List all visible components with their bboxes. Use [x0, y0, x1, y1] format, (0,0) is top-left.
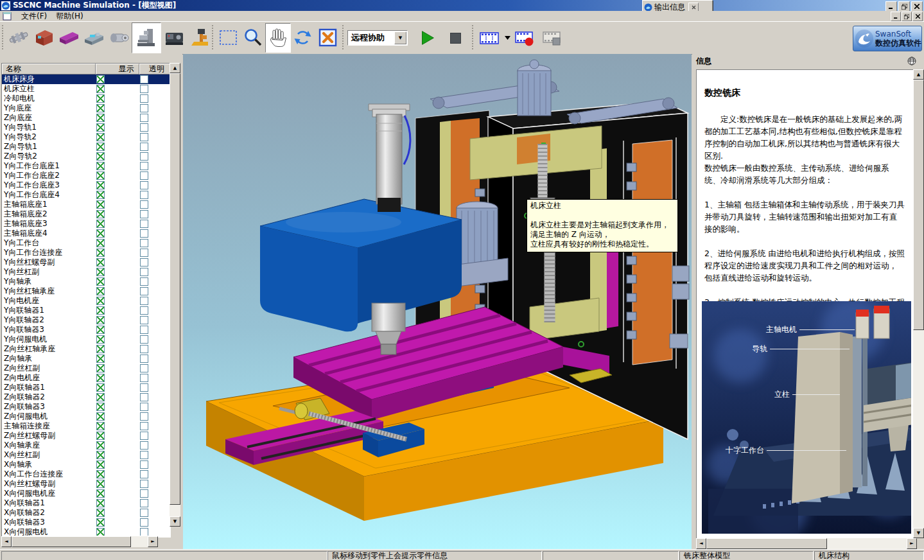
- part-row[interactable]: 冷却电机: [2, 94, 170, 103]
- transparent-checkbox[interactable]: [140, 210, 148, 218]
- display-checkbox[interactable]: [96, 306, 105, 315]
- transparent-checkbox[interactable]: [140, 297, 148, 305]
- spindle-box-part-button[interactable]: [31, 23, 57, 53]
- part-row[interactable]: Z向丝杠螺母副: [2, 431, 170, 441]
- display-checkbox[interactable]: [96, 345, 105, 353]
- parts-horizontal-scrollbar[interactable]: [1, 536, 158, 547]
- transparent-checkbox[interactable]: [140, 200, 148, 209]
- scroll-down-button[interactable]: [170, 516, 180, 527]
- display-checkbox[interactable]: [96, 268, 105, 276]
- part-row[interactable]: 主轴箱底座4: [2, 229, 170, 238]
- display-checkbox[interactable]: [96, 422, 105, 430]
- remote-assist-dropdown[interactable]: 远程协助: [347, 30, 408, 46]
- display-checkbox[interactable]: [96, 85, 105, 93]
- dropdown-arrow-icon[interactable]: [394, 31, 406, 44]
- display-checkbox[interactable]: [96, 412, 105, 421]
- part-row[interactable]: 主轴箱底座3: [2, 219, 170, 229]
- display-checkbox[interactable]: [96, 451, 105, 459]
- display-checkbox[interactable]: [96, 123, 105, 132]
- part-row[interactable]: Y向轴承: [2, 277, 170, 286]
- transparent-checkbox[interactable]: [140, 335, 148, 344]
- scroll-right-button[interactable]: [907, 538, 917, 549]
- display-checkbox[interactable]: [96, 94, 105, 103]
- worktable-part-button[interactable]: [57, 23, 82, 53]
- transparent-checkbox[interactable]: [140, 489, 148, 498]
- part-row[interactable]: Y向伺服电机: [2, 335, 170, 344]
- display-checkbox[interactable]: [96, 499, 105, 507]
- transparent-checkbox[interactable]: [140, 220, 148, 228]
- transparent-checkbox[interactable]: [140, 75, 148, 83]
- part-row[interactable]: Y向丝杠螺母副: [2, 258, 170, 267]
- part-row[interactable]: X向丝杠螺母副: [2, 479, 170, 489]
- display-checkbox[interactable]: [96, 460, 105, 469]
- part-row[interactable]: Y向电机座: [2, 296, 170, 306]
- transparent-checkbox[interactable]: [140, 85, 148, 93]
- display-checkbox[interactable]: [96, 249, 105, 257]
- display-checkbox[interactable]: [96, 432, 105, 440]
- transparent-checkbox[interactable]: [140, 451, 148, 459]
- scrollbar-thumb[interactable]: [913, 80, 924, 330]
- transparent-checkbox[interactable]: [140, 441, 148, 450]
- part-row[interactable]: Z向底座: [2, 113, 170, 123]
- child-close-button[interactable]: [912, 12, 923, 21]
- display-checkbox[interactable]: [96, 480, 105, 488]
- transparent-checkbox[interactable]: [140, 152, 148, 161]
- part-row[interactable]: Z向联轴器1: [2, 383, 170, 392]
- transparent-checkbox[interactable]: [140, 354, 148, 363]
- display-checkbox[interactable]: [96, 152, 105, 161]
- ballscrew-part-button[interactable]: [6, 23, 32, 53]
- part-row[interactable]: X向联轴器1: [2, 498, 170, 508]
- display-checkbox[interactable]: [96, 75, 105, 83]
- part-row[interactable]: Y向导轨1: [2, 123, 170, 132]
- transparent-checkbox[interactable]: [140, 316, 148, 324]
- transparent-checkbox[interactable]: [140, 171, 148, 180]
- part-row[interactable]: Z向丝杠轴承座: [2, 344, 170, 354]
- transparent-checkbox[interactable]: [140, 162, 148, 170]
- rotate-view-button[interactable]: [290, 23, 316, 53]
- info-vertical-scrollbar[interactable]: [913, 69, 924, 538]
- display-checkbox[interactable]: [96, 509, 105, 517]
- film-playback-button[interactable]: [476, 23, 502, 53]
- display-checkbox[interactable]: [96, 229, 105, 238]
- display-checkbox[interactable]: [96, 200, 105, 209]
- display-checkbox[interactable]: [96, 441, 105, 450]
- transparent-checkbox[interactable]: [140, 114, 148, 122]
- part-row[interactable]: Y向工作台底座1: [2, 161, 170, 171]
- part-row[interactable]: Z向轴承: [2, 354, 170, 363]
- part-row[interactable]: X向轴承座: [2, 441, 170, 450]
- stop-button[interactable]: [442, 23, 468, 53]
- part-row[interactable]: 机床立柱: [2, 84, 170, 94]
- display-checkbox[interactable]: [96, 374, 105, 382]
- part-row[interactable]: Y向工作台底座3: [2, 180, 170, 190]
- minimize-button[interactable]: [885, 1, 897, 12]
- part-row[interactable]: Y向工作台: [2, 238, 170, 248]
- part-row[interactable]: 主轴箱底座2: [2, 209, 170, 219]
- spindle-part-button[interactable]: [107, 23, 132, 53]
- transparent-checkbox[interactable]: [140, 249, 148, 257]
- transparent-checkbox[interactable]: [140, 123, 148, 132]
- child-window-icon[interactable]: [3, 12, 12, 21]
- transparent-checkbox[interactable]: [140, 383, 148, 392]
- part-row[interactable]: Z向伺服电机: [2, 412, 170, 421]
- transparent-checkbox[interactable]: [140, 143, 148, 151]
- display-checkbox[interactable]: [96, 364, 105, 372]
- part-row[interactable]: Z向电机座: [2, 373, 170, 383]
- part-row[interactable]: Z向导轨2: [2, 152, 170, 161]
- scroll-down-button[interactable]: [913, 528, 924, 538]
- part-row[interactable]: Z向联轴器3: [2, 402, 170, 412]
- part-row[interactable]: X向联轴器3: [2, 518, 170, 527]
- record-button[interactable]: [512, 23, 537, 53]
- part-row[interactable]: X向联轴器2: [2, 508, 170, 518]
- toolbar-grip[interactable]: [212, 25, 215, 49]
- display-checkbox[interactable]: [96, 181, 105, 189]
- transparent-checkbox[interactable]: [140, 509, 148, 517]
- scroll-left-button[interactable]: [1, 536, 12, 547]
- transparent-checkbox[interactable]: [140, 432, 148, 440]
- transparent-checkbox[interactable]: [140, 518, 148, 527]
- fit-view-button[interactable]: [315, 23, 341, 53]
- part-row[interactable]: Y向导轨2: [2, 132, 170, 142]
- film-dropdown-button[interactable]: [503, 23, 512, 53]
- display-checkbox[interactable]: [96, 114, 105, 122]
- scrollbar-thumb[interactable]: [12, 536, 131, 547]
- transparent-checkbox[interactable]: [140, 528, 148, 536]
